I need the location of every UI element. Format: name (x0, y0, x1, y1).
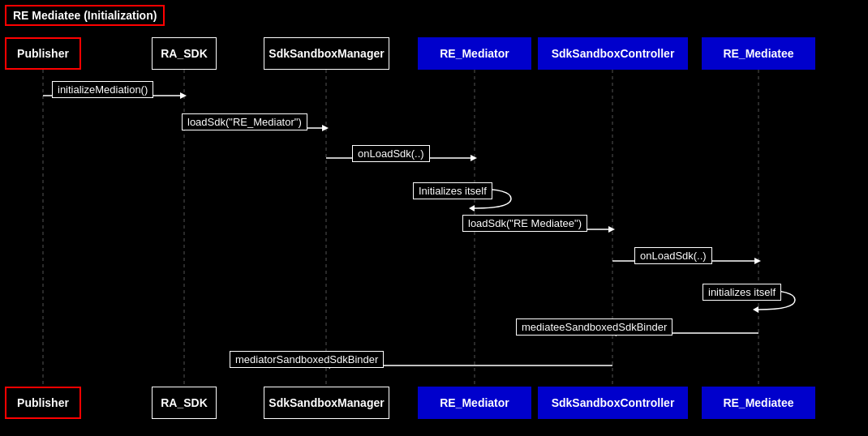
actor-rasdk-top: RA_SDK (152, 37, 217, 70)
svg-marker-16 (754, 258, 761, 264)
msg-initializes-itself-1: Initializes itself (413, 182, 492, 199)
actor-publisher-top: Publisher (5, 37, 81, 70)
svg-marker-17 (753, 306, 758, 313)
msg-mediator-sandboxed-sdk-binder: mediatorSandboxedSdkBinder (230, 351, 384, 368)
msg-onloadsdk-1: onLoadSdk(..) (352, 145, 430, 162)
actor-rasdk-bottom: RA_SDK (152, 387, 217, 419)
msg-initialize-mediation: initializeMediation() (52, 81, 153, 98)
actor-publisher-bottom: Publisher (5, 387, 81, 419)
actor-remediatee-bottom: RE_Mediatee (702, 387, 815, 419)
msg-onloadsdk-2: onLoadSdk(..) (634, 247, 712, 264)
actor-remediator-top: RE_Mediator (418, 37, 531, 70)
actor-sdksandboxmanager-top: SdkSandboxManager (264, 37, 389, 70)
msg-loadsdk-remediator: loadSdk("RE_Mediator") (182, 113, 307, 130)
actor-remediatee-top: RE_Mediatee (702, 37, 815, 70)
actor-remediator-bottom: RE_Mediator (418, 387, 531, 419)
actor-sdksandboxmanager-bottom: SdkSandboxManager (264, 387, 389, 419)
diagram-title: RE Mediatee (Initialization) (5, 5, 165, 26)
svg-marker-12 (469, 205, 475, 212)
svg-marker-14 (608, 226, 615, 233)
sequence-diagram: RE Mediatee (Initialization) (0, 0, 868, 436)
msg-mediatee-sandboxed-sdk-binder: mediateeSandboxedSdkBinder (516, 318, 672, 336)
actor-sdksandboxcontroller-top: SdkSandboxController (538, 37, 688, 70)
svg-marker-11 (471, 155, 477, 161)
svg-marker-9 (322, 125, 329, 131)
svg-marker-7 (180, 92, 187, 99)
msg-initializes-itself-2: initializes itself (703, 284, 781, 301)
actor-sdksandboxcontroller-bottom: SdkSandboxController (538, 387, 688, 419)
msg-loadsdk-remediatee: loadSdk("RE Mediatee") (462, 215, 587, 232)
